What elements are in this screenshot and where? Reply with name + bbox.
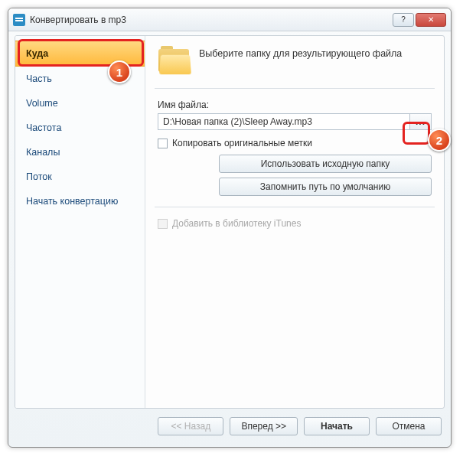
- add-itunes-checkbox: [158, 219, 168, 229]
- use-source-folder-button[interactable]: Использовать исходную папку: [219, 155, 432, 173]
- client-area: Куда Часть Volume Частота Каналы Поток Н…: [15, 35, 445, 409]
- sidebar-item-label: Часть: [26, 73, 52, 84]
- button-label: Начать: [321, 421, 353, 432]
- sidebar-item-label: Поток: [26, 171, 52, 182]
- ellipsis-icon: ...: [416, 116, 426, 127]
- window-title: Конвертировать в mp3: [30, 15, 393, 25]
- separator: [155, 207, 435, 207]
- sidebar: Куда Часть Volume Частота Каналы Поток Н…: [15, 36, 145, 408]
- start-button[interactable]: Начать: [304, 417, 370, 435]
- copy-tags-label: Копировать оригинальные метки: [172, 138, 312, 148]
- separator: [155, 88, 435, 89]
- sidebar-item-volume[interactable]: Volume: [15, 91, 145, 116]
- button-label: Вперед >>: [241, 421, 286, 432]
- footer-buttons: << Назад Вперед >> Начать Отмена: [15, 413, 445, 439]
- sidebar-item-label: Куда: [26, 48, 48, 59]
- folder-actions: Использовать исходную папку Запомнить пу…: [219, 155, 432, 196]
- app-icon: [13, 14, 25, 26]
- filename-label: Имя файла:: [158, 99, 432, 110]
- dialog-window: Конвертировать в mp3 ? ✕ Куда Часть Volu…: [8, 8, 452, 448]
- cancel-button[interactable]: Отмена: [376, 417, 442, 435]
- help-icon: ?: [401, 15, 406, 24]
- back-button[interactable]: << Назад: [158, 417, 223, 435]
- sidebar-item-part[interactable]: Часть: [15, 67, 145, 91]
- sidebar-item-label: Каналы: [26, 147, 60, 158]
- copy-tags-row[interactable]: Копировать оригинальные метки: [158, 138, 432, 148]
- sidebar-item-frequency[interactable]: Частота: [15, 116, 145, 140]
- add-itunes-row: Добавить в библиотеку iTunes: [158, 218, 432, 229]
- titlebar[interactable]: Конвертировать в mp3 ? ✕: [8, 8, 451, 31]
- button-label: << Назад: [171, 421, 211, 432]
- sidebar-item-start-conversion[interactable]: Начать конвертацию: [15, 189, 145, 214]
- header-text: Выберите папку для результирующего файла: [199, 45, 402, 60]
- content-header: Выберите папку для результирующего файла: [158, 45, 432, 74]
- filename-row: ...: [158, 113, 432, 130]
- window-controls: ? ✕: [393, 13, 446, 27]
- button-label: Запомнить путь по умолчанию: [260, 181, 390, 192]
- close-icon: ✕: [428, 15, 434, 24]
- folder-icon: [158, 45, 191, 74]
- filename-input[interactable]: [158, 113, 410, 130]
- help-button[interactable]: ?: [393, 13, 414, 27]
- sidebar-item-stream[interactable]: Поток: [15, 165, 145, 189]
- button-label: Использовать исходную папку: [261, 158, 390, 169]
- content-pane: Выберите папку для результирующего файла…: [145, 36, 444, 408]
- browse-button[interactable]: ...: [410, 113, 432, 130]
- sidebar-item-label: Частота: [26, 122, 61, 133]
- button-label: Отмена: [392, 421, 425, 432]
- forward-button[interactable]: Вперед >>: [230, 417, 298, 435]
- add-itunes-label: Добавить в библиотеку iTunes: [172, 218, 301, 229]
- sidebar-item-label: Volume: [26, 98, 58, 109]
- sidebar-item-channels[interactable]: Каналы: [15, 140, 145, 165]
- remember-default-button[interactable]: Запомнить путь по умолчанию: [219, 178, 432, 196]
- sidebar-item-destination[interactable]: Куда: [15, 41, 145, 67]
- sidebar-item-label: Начать конвертацию: [26, 196, 118, 207]
- close-button[interactable]: ✕: [416, 13, 446, 27]
- copy-tags-checkbox[interactable]: [158, 139, 168, 148]
